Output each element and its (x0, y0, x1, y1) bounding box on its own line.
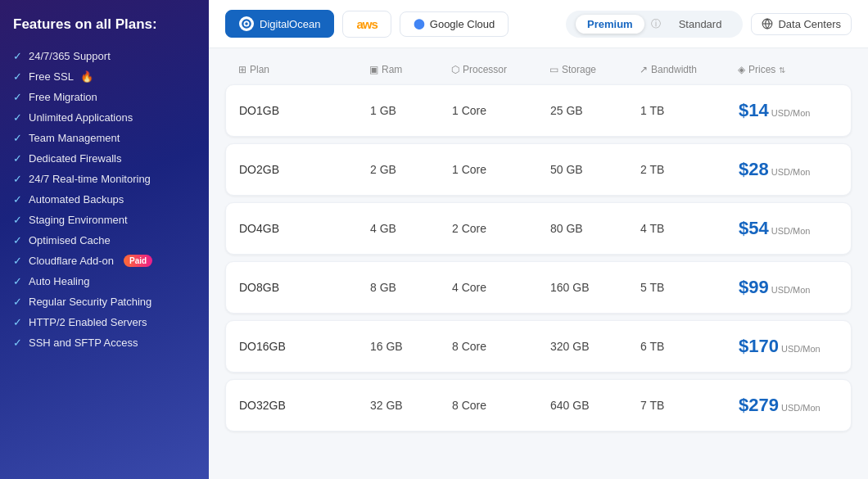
plan-ram: 2 GB (370, 163, 452, 176)
table-area: ⊞ Plan ▣ Ram ⬡ Processor ▭ Storage ↗ Ban… (209, 48, 868, 479)
plan-price: $14 USD/Mon (739, 100, 868, 121)
price-main: $28 (739, 159, 769, 180)
plan-bandwidth: 6 TB (640, 340, 739, 353)
tier-group: Premium ⓘ Standard (566, 11, 743, 38)
bandwidth-col-icon: ↗ (640, 64, 648, 75)
aws-logo: aws (356, 17, 377, 31)
datacenter-button[interactable]: Data Centers (751, 13, 852, 35)
fire-icon: 🔥 (80, 70, 93, 83)
plan-price: $99 USD/Mon (739, 277, 868, 298)
sidebar-item-sftp: ✓ SSH and SFTP Access (13, 332, 196, 353)
column-headers: ⊞ Plan ▣ Ram ⬡ Processor ▭ Storage ↗ Ban… (225, 60, 852, 81)
price-unit: USD/Mon (771, 226, 811, 236)
googlecloud-label: Google Cloud (430, 18, 495, 30)
processor-col-icon: ⬡ (451, 64, 459, 75)
check-icon: ✓ (13, 193, 22, 206)
price-main: $279 (739, 395, 779, 416)
check-icon: ✓ (13, 337, 22, 349)
price-main: $54 (739, 218, 769, 239)
plan-name: DO16GB (239, 340, 370, 353)
plan-processor: 8 Core (452, 340, 550, 353)
col-header-prices[interactable]: ◈ Prices ⇅ (738, 64, 868, 75)
sidebar-item-label: Staging Environment (29, 214, 128, 226)
sidebar-item-label: SSH and SFTP Access (29, 337, 138, 349)
sidebar: Features on all Plans: ✓ 24/7/365 Suppor… (0, 0, 209, 479)
sidebar-item-label: Regular Security Patching (29, 296, 151, 308)
topbar: DigitalOcean aws ⬤ Google Cloud Premium … (209, 0, 868, 48)
provider-btn-aws[interactable]: aws (342, 11, 391, 38)
check-icon: ✓ (13, 255, 22, 267)
col-header-ram: ▣ Ram (369, 64, 451, 75)
price-main: $170 (739, 336, 779, 357)
sidebar-item-label: Unlimited Applications (29, 111, 133, 124)
price-main: $14 (739, 100, 769, 121)
plan-ram: 16 GB (370, 340, 452, 353)
plan-row: DO2GB 2 GB 1 Core 50 GB 2 TB $28 USD/Mon… (225, 143, 852, 196)
sidebar-item-label: Auto Healing (29, 275, 89, 287)
paid-badge: Paid (124, 255, 152, 267)
plan-price: $279 USD/Mon (739, 395, 868, 416)
provider-btn-googlecloud[interactable]: ⬤ Google Cloud (400, 11, 509, 37)
sidebar-item-cloudflare: ✓ Cloudflare Add-on Paid (13, 251, 196, 271)
sidebar-item-staging: ✓ Staging Environment (13, 210, 196, 230)
plan-row: DO16GB 16 GB 8 Core 320 GB 6 TB $170 USD… (225, 320, 852, 373)
plan-storage: 320 GB (550, 340, 640, 353)
check-icon: ✓ (13, 91, 22, 103)
plan-processor: 1 Core (452, 104, 550, 117)
main-content: DigitalOcean aws ⬤ Google Cloud Premium … (209, 0, 868, 479)
ram-col-icon: ▣ (369, 64, 378, 75)
plan-storage: 80 GB (550, 222, 640, 235)
plan-processor: 4 Core (452, 281, 550, 294)
plan-bandwidth: 2 TB (640, 163, 739, 176)
price-unit: USD/Mon (781, 403, 821, 413)
sort-icon: ⇅ (779, 66, 785, 75)
plan-bandwidth: 1 TB (640, 104, 739, 117)
plan-price: $170 USD/Mon (739, 336, 868, 357)
sidebar-item-label: HTTP/2 Enabled Servers (29, 316, 147, 328)
sidebar-item-team: ✓ Team Management (13, 128, 196, 148)
storage-col-icon: ▭ (549, 64, 558, 75)
plan-name: DO4GB (239, 222, 370, 235)
tier-btn-premium[interactable]: Premium (576, 15, 644, 34)
plan-col-icon: ⊞ (238, 64, 246, 75)
googlecloud-icon: ⬤ (414, 18, 424, 29)
plan-storage: 640 GB (550, 399, 640, 412)
plan-ram: 32 GB (370, 399, 452, 412)
check-icon: ✓ (13, 50, 22, 62)
price-unit: USD/Mon (771, 167, 811, 177)
plan-rows-container: DO1GB 1 GB 1 Core 25 GB 1 TB $14 USD/Mon… (225, 84, 852, 432)
price-unit: USD/Mon (771, 108, 811, 118)
check-icon: ✓ (13, 275, 22, 287)
plan-processor: 1 Core (452, 163, 550, 176)
plan-row: DO4GB 4 GB 2 Core 80 GB 4 TB $54 USD/Mon… (225, 202, 852, 255)
check-icon: ✓ (13, 296, 22, 308)
sidebar-item-label: Automated Backups (29, 193, 124, 206)
sidebar-item-ssl: ✓ Free SSL 🔥 (13, 66, 196, 87)
datacenter-label: Data Centers (778, 18, 841, 30)
check-icon: ✓ (13, 111, 22, 124)
plan-name: DO32GB (239, 399, 370, 412)
plan-bandwidth: 7 TB (640, 399, 739, 412)
sidebar-item-label: 24/7/365 Support (29, 50, 111, 62)
plan-price: $28 USD/Mon (739, 159, 868, 180)
sidebar-item-migration: ✓ Free Migration (13, 87, 196, 107)
premium-info-icon: ⓘ (651, 17, 661, 31)
plan-bandwidth: 4 TB (640, 222, 739, 235)
provider-btn-digitalocean[interactable]: DigitalOcean (225, 10, 334, 38)
check-icon: ✓ (13, 234, 22, 246)
plan-row: DO32GB 32 GB 8 Core 640 GB 7 TB $279 USD… (225, 379, 852, 432)
check-icon: ✓ (13, 214, 22, 226)
sidebar-item-label: Dedicated Firewalls (29, 152, 121, 165)
price-main: $99 (739, 277, 769, 298)
sidebar-item-firewalls: ✓ Dedicated Firewalls (13, 148, 196, 169)
sidebar-item-monitoring: ✓ 24/7 Real-time Monitoring (13, 169, 196, 189)
tier-btn-standard[interactable]: Standard (667, 15, 734, 34)
plan-bandwidth: 5 TB (640, 281, 739, 294)
plan-storage: 25 GB (550, 104, 640, 117)
sidebar-item-healing: ✓ Auto Healing (13, 271, 196, 291)
prices-col-icon: ◈ (738, 64, 745, 75)
sidebar-item-label: Free SSL (29, 70, 74, 83)
price-unit: USD/Mon (771, 285, 811, 295)
sidebar-item-label: Optimised Cache (29, 234, 111, 246)
sidebar-item-label: Cloudflare Add-on (29, 255, 114, 267)
